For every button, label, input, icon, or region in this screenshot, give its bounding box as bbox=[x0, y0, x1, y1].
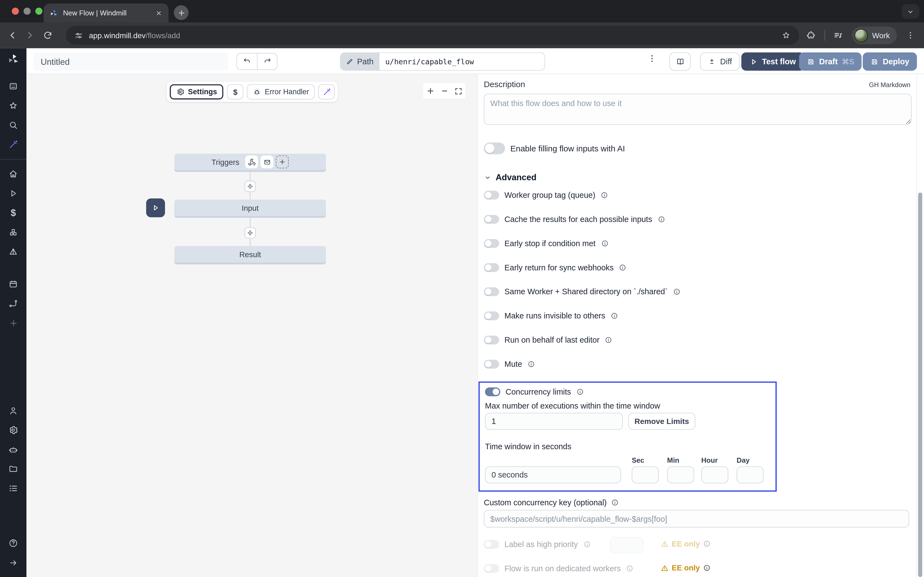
node-input[interactable]: Input bbox=[174, 200, 326, 216]
early-stop-toggle[interactable] bbox=[484, 239, 499, 248]
sidebar-item-help[interactable] bbox=[0, 533, 26, 553]
info-icon[interactable] bbox=[619, 264, 627, 271]
description-textarea[interactable] bbox=[484, 94, 912, 125]
high-priority-toggle[interactable] bbox=[484, 540, 499, 549]
save-draft-button[interactable]: Draft⌘S bbox=[799, 53, 862, 71]
early-return-toggle[interactable] bbox=[484, 263, 499, 272]
custom-key-input[interactable] bbox=[484, 510, 909, 527]
sidebar-expand-button[interactable] bbox=[0, 553, 26, 572]
info-icon[interactable] bbox=[611, 312, 618, 320]
sidebar-item-ai[interactable] bbox=[0, 135, 26, 155]
hour-input[interactable] bbox=[701, 466, 729, 483]
tab-search-button[interactable] bbox=[902, 4, 919, 19]
dedicated-workers-toggle[interactable] bbox=[484, 564, 499, 573]
extensions-icon[interactable] bbox=[802, 26, 819, 44]
time-window-input[interactable] bbox=[485, 466, 621, 483]
sidebar-item-users[interactable] bbox=[0, 401, 26, 421]
sidebar-item-logs[interactable] bbox=[0, 479, 26, 498]
info-icon[interactable] bbox=[577, 388, 584, 396]
sidebar-item-home[interactable] bbox=[0, 164, 26, 184]
mute-toggle[interactable] bbox=[484, 359, 499, 369]
reload-button[interactable] bbox=[39, 26, 57, 44]
sidebar-item-workers[interactable] bbox=[0, 440, 26, 459]
day-input[interactable] bbox=[737, 466, 764, 483]
forward-button[interactable] bbox=[21, 26, 39, 44]
max-executions-input[interactable] bbox=[485, 413, 623, 430]
minimize-window-button[interactable] bbox=[24, 8, 31, 15]
sidebar-item-favorites[interactable] bbox=[0, 96, 26, 115]
info-icon[interactable] bbox=[657, 215, 665, 223]
sidebar-item-search[interactable] bbox=[0, 115, 26, 135]
info-icon[interactable] bbox=[703, 564, 711, 572]
workspace-variables-button[interactable]: $ bbox=[227, 84, 244, 100]
path-input[interactable] bbox=[380, 53, 545, 71]
browser-profile-button[interactable]: Work bbox=[852, 26, 897, 44]
node-result[interactable]: Result bbox=[174, 246, 326, 263]
sidebar-item-triggers[interactable] bbox=[0, 242, 26, 261]
more-options-button[interactable] bbox=[647, 53, 657, 66]
docs-button[interactable] bbox=[669, 53, 691, 71]
sidebar-item-runs[interactable] bbox=[0, 184, 26, 203]
concurrency-limits-toggle[interactable] bbox=[485, 387, 501, 396]
close-window-button[interactable] bbox=[12, 8, 19, 15]
sidebar-item-apps[interactable] bbox=[0, 77, 26, 96]
sidebar-item-settings[interactable] bbox=[0, 421, 26, 440]
run-on-behalf-toggle[interactable] bbox=[484, 335, 499, 344]
sec-input[interactable] bbox=[632, 466, 659, 483]
new-tab-button[interactable] bbox=[174, 5, 189, 20]
info-icon[interactable] bbox=[583, 540, 591, 548]
sidebar-item-schedules[interactable] bbox=[0, 274, 26, 294]
browser-tab[interactable]: New Flow | Windmill bbox=[44, 3, 169, 23]
sidebar-item-folders[interactable] bbox=[0, 459, 26, 479]
back-button[interactable] bbox=[3, 26, 21, 44]
ai-assistant-button[interactable] bbox=[318, 84, 335, 100]
panel-scrollbar-thumb[interactable] bbox=[918, 193, 922, 577]
browser-menu-icon[interactable] bbox=[902, 26, 919, 44]
zoom-out-icon[interactable] bbox=[440, 87, 449, 95]
url-bar[interactable]: app.windmill.dev/flows/add bbox=[66, 26, 799, 45]
deploy-button[interactable]: Deploy bbox=[863, 53, 917, 71]
sidebar-item-add[interactable] bbox=[0, 313, 26, 333]
tab-close-icon[interactable] bbox=[155, 9, 163, 17]
email-trigger-button[interactable] bbox=[260, 156, 273, 168]
sidebar-item-resources[interactable] bbox=[0, 222, 26, 242]
fit-view-icon[interactable] bbox=[455, 87, 463, 95]
bookmark-star-icon[interactable] bbox=[781, 31, 791, 40]
node-triggers[interactable]: Triggers bbox=[174, 153, 326, 170]
cache-results-toggle[interactable] bbox=[484, 215, 499, 224]
info-icon[interactable] bbox=[527, 360, 535, 368]
diff-button[interactable]: Diff bbox=[700, 53, 740, 71]
error-handler-button[interactable]: Error Handler bbox=[247, 84, 315, 100]
info-icon[interactable] bbox=[673, 288, 681, 296]
undo-button[interactable] bbox=[236, 53, 257, 70]
info-icon[interactable] bbox=[626, 565, 633, 572]
ai-inputs-toggle[interactable] bbox=[484, 143, 505, 155]
webhook-trigger-button[interactable] bbox=[245, 156, 258, 168]
flow-summary-input[interactable] bbox=[34, 53, 228, 71]
min-input[interactable] bbox=[667, 466, 695, 483]
info-icon[interactable] bbox=[601, 240, 609, 247]
site-settings-icon[interactable] bbox=[74, 31, 83, 40]
add-step-button[interactable] bbox=[244, 227, 256, 239]
redo-button[interactable] bbox=[257, 53, 278, 70]
advanced-section-header[interactable]: Advanced bbox=[484, 172, 536, 182]
remove-limits-button[interactable]: Remove Limits bbox=[628, 413, 695, 430]
info-icon[interactable] bbox=[605, 336, 612, 344]
flow-settings-button[interactable]: Settings bbox=[170, 84, 224, 100]
sidebar-item-variables[interactable]: $ bbox=[0, 203, 26, 222]
worker-group-toggle[interactable] bbox=[484, 191, 499, 200]
windmill-logo[interactable] bbox=[7, 53, 20, 68]
test-flow-button[interactable]: Test flow bbox=[741, 53, 804, 71]
info-icon[interactable] bbox=[611, 499, 619, 506]
zoom-in-icon[interactable] bbox=[426, 87, 435, 95]
sidebar-item-flows[interactable] bbox=[0, 294, 26, 313]
same-worker-toggle[interactable] bbox=[484, 287, 499, 296]
add-step-button[interactable] bbox=[244, 181, 256, 192]
run-input-button[interactable] bbox=[146, 198, 165, 218]
zoom-window-button[interactable] bbox=[36, 8, 43, 15]
info-icon[interactable] bbox=[601, 191, 608, 199]
add-trigger-button[interactable] bbox=[276, 156, 289, 168]
info-icon[interactable] bbox=[703, 540, 711, 548]
invisible-runs-toggle[interactable] bbox=[484, 311, 499, 321]
reading-list-icon[interactable] bbox=[830, 26, 847, 44]
